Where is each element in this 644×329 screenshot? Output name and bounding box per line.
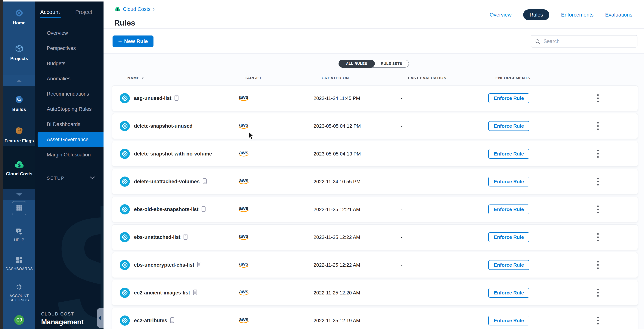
aws-logo: aws — [237, 95, 250, 101]
kebab-menu-icon[interactable] — [596, 205, 600, 213]
rail-item-projects[interactable]: Projects — [4, 44, 35, 61]
tab-account[interactable]: Account — [40, 9, 60, 18]
tab-rules[interactable]: Rules — [523, 9, 550, 20]
rail-item-account-settings[interactable]: ACCOUNT SETTINGS — [4, 283, 35, 302]
rule-name[interactable]: delete-snapshot-with-no-volume — [134, 151, 212, 157]
rule-name[interactable]: asg-unused-list — [134, 95, 172, 101]
last-evaluation-value: - — [401, 234, 402, 240]
rail-item-dashboards[interactable]: DASHBOARDS — [4, 256, 35, 271]
table-row[interactable]: ebs-unencrypted-ebs-list aws 2022-11-25 … — [112, 252, 638, 278]
copy-icon[interactable] — [193, 289, 198, 296]
table-row[interactable]: ec2-ancient-images-list aws 2022-11-25 1… — [112, 280, 638, 306]
sidebar-item-asset-governance[interactable]: Asset Governance — [38, 132, 104, 147]
breadcrumb[interactable]: $ Cloud Costs › — [114, 6, 154, 12]
sidebar-collapse-button[interactable] — [97, 308, 104, 328]
toggle-rule-sets[interactable]: RULE SETS — [374, 60, 408, 67]
grid-icon — [16, 204, 23, 212]
table-row[interactable]: delete-snapshot-unused aws 2023-05-05 04… — [112, 113, 638, 139]
rule-name[interactable]: ebs-old-ebs-snapshots-list — [134, 207, 198, 212]
sidebar-item-perspectives[interactable]: Perspectives — [35, 41, 104, 56]
table-row[interactable]: ebs-unattached-list aws 2022-11-25 12:22… — [112, 224, 638, 250]
rule-name[interactable]: ebs-unencrypted-ebs-list — [134, 262, 194, 268]
enforce-rule-button[interactable]: Enforce Rule — [488, 205, 530, 214]
sidebar-item-overview[interactable]: Overview — [35, 25, 104, 41]
product-eyebrow: CLOUD COST — [41, 312, 84, 317]
new-rule-button[interactable]: + New Rule — [112, 35, 154, 47]
rail-item-builds[interactable]: Builds — [4, 95, 35, 112]
toggle-all-rules[interactable]: ALL RULES — [338, 60, 375, 68]
rail-collapse-up[interactable] — [4, 75, 35, 86]
sidebar-item-anomalies[interactable]: Anomalies — [35, 71, 104, 86]
chevron-up-icon — [16, 80, 22, 82]
setup-section-toggle[interactable]: SETUP — [47, 172, 95, 184]
kebab-menu-icon[interactable] — [596, 233, 600, 241]
table-row[interactable]: asg-unused-list aws 2022-11-24 11:45 PM … — [112, 85, 638, 111]
enforce-rule-button[interactable]: Enforce Rule — [488, 149, 530, 159]
rail-item-help[interactable]: ? HELP — [4, 228, 35, 242]
sidebar-item-recommendations[interactable]: Recommendations — [35, 86, 104, 102]
search-input[interactable] — [531, 35, 637, 47]
enforce-rule-button[interactable]: Enforce Rule — [488, 232, 530, 242]
sidebar-item-margin-obfuscation[interactable]: Margin Obfuscation — [35, 147, 104, 162]
rail-item-feature-flags[interactable]: Feature Flags — [4, 126, 35, 143]
tab-project[interactable]: Project — [75, 9, 92, 18]
kebab-menu-icon[interactable] — [596, 150, 600, 158]
column-name[interactable]: NAME — [127, 76, 144, 80]
table-row[interactable]: ec2-attributes aws 2022-11-25 12:19 AM -… — [112, 308, 638, 329]
kebab-menu-icon[interactable] — [596, 261, 600, 269]
copy-icon[interactable] — [183, 234, 188, 241]
table-row[interactable]: delete-snapshot-with-no-volume aws 2023-… — [112, 141, 638, 167]
rule-name[interactable]: ebs-unattached-list — [134, 234, 180, 240]
copy-icon[interactable] — [197, 262, 202, 269]
table-row[interactable]: delete-unattached-volumes aws 2022-11-24… — [112, 169, 638, 194]
enforce-rule-button[interactable]: Enforce Rule — [488, 316, 530, 326]
kebab-menu-icon[interactable] — [596, 317, 600, 325]
sidebar-item-autostopping-rules[interactable]: AutoStopping Rules — [35, 102, 104, 117]
created-on-value: 2023-05-05 04:13 PM — [314, 151, 361, 157]
copy-icon[interactable] — [170, 317, 174, 324]
product-brand: CLOUD COST Management — [41, 312, 84, 326]
enforce-rule-button[interactable]: Enforce Rule — [488, 288, 530, 298]
breadcrumb-link[interactable]: Cloud Costs — [123, 6, 150, 12]
rail-item-label: Home — [13, 20, 26, 25]
rail-item-home[interactable]: Home — [4, 8, 35, 25]
module-switcher-button[interactable] — [12, 201, 26, 215]
last-evaluation-value: - — [401, 179, 402, 185]
created-on-value: 2022-11-25 12:20 AM — [314, 290, 360, 296]
last-evaluation-value: - — [401, 318, 402, 324]
kebab-menu-icon[interactable] — [596, 178, 600, 186]
copy-icon[interactable] — [202, 178, 207, 185]
rule-name[interactable]: delete-snapshot-unused — [134, 123, 192, 129]
kebab-menu-icon[interactable] — [596, 289, 600, 297]
last-evaluation-value: - — [401, 207, 402, 212]
page-title: Rules — [114, 18, 135, 27]
created-on-value: 2022-11-25 12:22 AM — [314, 234, 360, 240]
rule-name[interactable]: ec2-attributes — [134, 318, 167, 324]
rule-name[interactable]: ec2-ancient-images-list — [134, 290, 190, 296]
enforce-rule-button[interactable]: Enforce Rule — [488, 121, 530, 131]
kebab-menu-icon[interactable] — [596, 122, 600, 130]
tab-enforcements[interactable]: Enforcements — [561, 12, 594, 18]
governance-rule-icon — [120, 121, 130, 131]
enforce-rule-button[interactable]: Enforce Rule — [488, 260, 530, 270]
chevron-down-icon — [16, 193, 22, 196]
copy-icon[interactable] — [201, 206, 206, 213]
user-avatar[interactable]: CJ — [14, 315, 24, 325]
enforce-rule-button[interactable]: Enforce Rule — [488, 93, 530, 103]
tab-evaluations[interactable]: Evaluations — [605, 12, 632, 18]
governance-rule-icon — [120, 232, 130, 242]
rail-item-cloud-costs[interactable]: $ Cloud Costs — [4, 161, 35, 177]
page-header: $ Cloud Costs › Rules Overview Rules Enf… — [104, 1, 644, 28]
table-row[interactable]: ebs-old-ebs-snapshots-list aws 2022-11-2… — [112, 197, 638, 222]
rail-collapse-down[interactable] — [4, 189, 35, 200]
sidebar-item-bi-dashboards[interactable]: BI Dashboards — [35, 117, 104, 132]
cube-icon — [14, 44, 24, 54]
help-chat-icon: ? — [15, 228, 24, 236]
kebab-menu-icon[interactable] — [596, 94, 600, 102]
tab-overview[interactable]: Overview — [490, 12, 512, 18]
column-last-evaluation: LAST EVALUATION — [408, 76, 446, 80]
rule-name[interactable]: delete-unattached-volumes — [134, 179, 200, 185]
sidebar-item-budgets[interactable]: Budgets — [35, 56, 104, 71]
copy-icon[interactable] — [174, 95, 179, 102]
enforce-rule-button[interactable]: Enforce Rule — [488, 177, 530, 186]
